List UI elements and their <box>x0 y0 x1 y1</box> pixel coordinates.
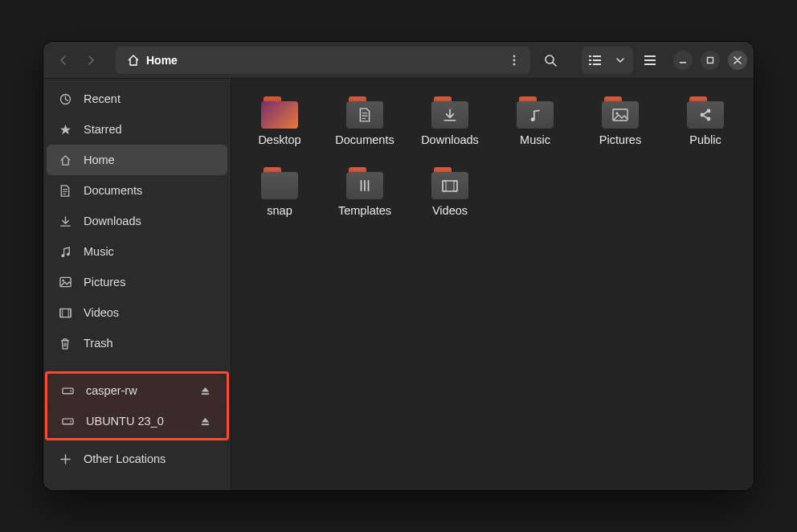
svg-rect-21 <box>59 309 62 317</box>
download-icon <box>58 215 72 227</box>
svg-rect-25 <box>202 393 209 395</box>
sidebar-item-videos[interactable]: Videos <box>47 297 227 328</box>
svg-rect-8 <box>589 63 591 65</box>
sidebar-item-starred[interactable]: Starred <box>47 114 227 145</box>
list-icon <box>589 55 601 65</box>
search-icon <box>544 54 557 67</box>
folder-icon <box>431 167 468 199</box>
back-button[interactable] <box>50 47 77 74</box>
folder-item[interactable]: Documents <box>325 93 405 149</box>
sidebar-item-label: Documents <box>84 184 216 197</box>
sidebar-item-home[interactable]: Home <box>47 145 227 175</box>
minimize-button[interactable] <box>673 51 693 70</box>
sidebar-mount-ubuntu[interactable]: UBUNTU 23_0 <box>49 406 225 436</box>
folder-item[interactable]: snap <box>239 164 320 220</box>
sidebar-item-label: Downloads <box>84 215 216 227</box>
sidebar-item-label: UBUNTU 23_0 <box>86 415 190 428</box>
sidebar-mount-casper-rw[interactable]: casper-rw <box>49 375 225 406</box>
home-icon <box>58 154 72 166</box>
svg-rect-35 <box>443 181 457 191</box>
sidebar-item-label: Pictures <box>84 276 216 289</box>
sidebar-item-label: Home <box>84 153 216 166</box>
chevron-down-icon <box>616 58 624 63</box>
window-controls <box>673 51 747 70</box>
folder-label: Videos <box>432 204 468 217</box>
list-view-button[interactable] <box>582 47 607 74</box>
svg-point-2 <box>513 63 516 65</box>
maximize-button[interactable] <box>701 51 720 70</box>
eject-button[interactable] <box>201 417 214 426</box>
folder-item[interactable]: Public <box>665 93 746 149</box>
sidebar-item-trash[interactable]: Trash <box>47 328 227 358</box>
folder-item[interactable]: Music <box>495 93 575 149</box>
hamburger-menu-button[interactable] <box>636 47 664 74</box>
headerbar: Home <box>43 42 754 79</box>
svg-rect-7 <box>593 59 601 61</box>
folder-icon <box>517 96 554 129</box>
svg-rect-9 <box>593 63 601 65</box>
close-button[interactable] <box>728 51 747 70</box>
svg-point-19 <box>62 280 64 282</box>
svg-rect-4 <box>589 55 591 57</box>
sidebar-item-pictures[interactable]: Pictures <box>47 267 227 297</box>
maximize-icon <box>706 56 714 64</box>
minimize-icon <box>679 56 687 64</box>
mounts-highlight: casper-rw UBUNTU 23_0 <box>45 371 229 440</box>
folder-icon <box>431 96 468 129</box>
folder-icon <box>602 96 639 129</box>
sidebar-other-locations[interactable]: Other Locations <box>47 444 227 474</box>
folder-view[interactable]: Desktop Documents Downloads Music Pictur… <box>231 79 754 490</box>
svg-rect-28 <box>202 424 209 425</box>
svg-point-1 <box>513 59 516 61</box>
folder-item[interactable]: Downloads <box>410 93 490 149</box>
chevron-left-icon <box>59 55 68 65</box>
trash-icon <box>58 338 72 350</box>
folder-item[interactable]: Videos <box>410 164 490 220</box>
folder-icon <box>346 96 383 129</box>
pathbar-menu-button[interactable] <box>503 49 525 72</box>
drive-icon <box>60 386 75 395</box>
folder-icon <box>261 167 298 199</box>
path-segment-home[interactable]: Home <box>121 54 184 67</box>
folder-label: Documents <box>335 133 394 146</box>
svg-point-27 <box>70 421 72 423</box>
folder-label: Pictures <box>599 133 641 146</box>
search-button[interactable] <box>537 47 564 74</box>
header-right <box>537 47 747 74</box>
folder-label: snap <box>267 204 292 217</box>
plus-icon <box>58 454 72 464</box>
svg-rect-14 <box>708 57 713 63</box>
folder-label: Downloads <box>421 133 479 146</box>
video-icon <box>58 308 72 318</box>
svg-rect-11 <box>644 59 656 61</box>
svg-point-24 <box>70 391 72 392</box>
star-icon <box>58 124 72 136</box>
pathbar[interactable]: Home <box>116 47 530 74</box>
sidebar-item-recent[interactable]: Recent <box>47 84 227 114</box>
forward-button[interactable] <box>77 47 104 74</box>
home-icon <box>127 54 140 67</box>
sidebar-item-downloads[interactable]: Downloads <box>47 206 227 236</box>
view-options-button[interactable] <box>607 47 633 74</box>
view-switcher <box>582 47 633 74</box>
clock-icon <box>58 93 72 105</box>
folder-item[interactable]: Pictures <box>580 93 660 149</box>
folder-label: Music <box>520 133 550 146</box>
folder-item[interactable]: Templates <box>325 164 405 220</box>
eject-button[interactable] <box>201 387 214 395</box>
svg-rect-22 <box>68 309 71 317</box>
sidebar-item-label: Other Locations <box>84 452 216 465</box>
sidebar-item-label: casper-rw <box>86 384 190 397</box>
music-icon <box>58 246 72 258</box>
sidebar-item-label: Recent <box>84 92 216 105</box>
svg-rect-10 <box>644 55 656 57</box>
svg-rect-12 <box>644 63 656 65</box>
folder-label: Desktop <box>258 133 300 146</box>
svg-point-0 <box>513 55 516 57</box>
folder-icon <box>687 96 724 129</box>
sidebar-item-documents[interactable]: Documents <box>47 175 227 206</box>
svg-rect-5 <box>593 55 601 57</box>
sidebar-item-music[interactable]: Music <box>47 236 227 267</box>
folder-item[interactable]: Desktop <box>239 93 320 149</box>
folder-label: Public <box>689 133 721 146</box>
